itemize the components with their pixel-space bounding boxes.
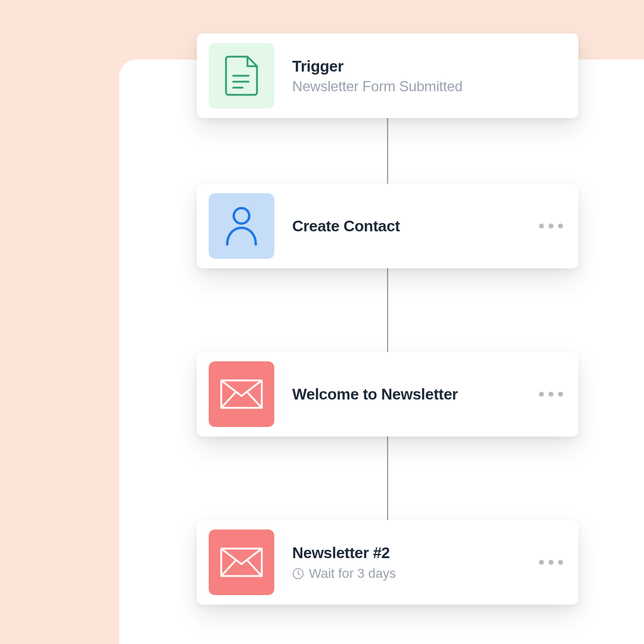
mail-icon xyxy=(209,361,274,427)
node-wait: Wait for 3 days xyxy=(292,566,535,581)
connector xyxy=(387,268,388,352)
more-options-button[interactable] xyxy=(535,220,566,232)
document-icon xyxy=(209,43,274,109)
connector xyxy=(387,118,388,184)
workflow-node-welcome-newsletter[interactable]: Welcome to Newsletter xyxy=(197,352,578,436)
workflow-flow: Trigger Newsletter Form Submitted Create… xyxy=(197,33,578,605)
clock-icon xyxy=(292,568,304,580)
more-options-button[interactable] xyxy=(535,556,566,568)
node-text: Welcome to Newsletter xyxy=(292,385,535,404)
workflow-node-create-contact[interactable]: Create Contact xyxy=(197,184,578,268)
svg-point-3 xyxy=(234,208,249,224)
node-wait-text: Wait for 3 days xyxy=(309,566,396,581)
node-title: Trigger xyxy=(292,57,566,76)
workflow-node-trigger[interactable]: Trigger Newsletter Form Submitted xyxy=(197,33,578,118)
mail-icon xyxy=(209,530,274,595)
node-title: Newsletter #2 xyxy=(292,544,535,562)
node-text: Create Contact xyxy=(292,217,535,236)
node-subtitle: Newsletter Form Submitted xyxy=(292,78,566,95)
connector xyxy=(387,436,388,520)
node-title: Welcome to Newsletter xyxy=(292,385,535,404)
node-title: Create Contact xyxy=(292,217,535,236)
more-options-button[interactable] xyxy=(535,388,566,400)
workflow-node-newsletter-2[interactable]: Newsletter #2 Wait for 3 days xyxy=(197,520,578,605)
person-icon xyxy=(209,193,274,259)
node-text: Trigger Newsletter Form Submitted xyxy=(292,57,566,95)
node-text: Newsletter #2 Wait for 3 days xyxy=(292,544,535,581)
